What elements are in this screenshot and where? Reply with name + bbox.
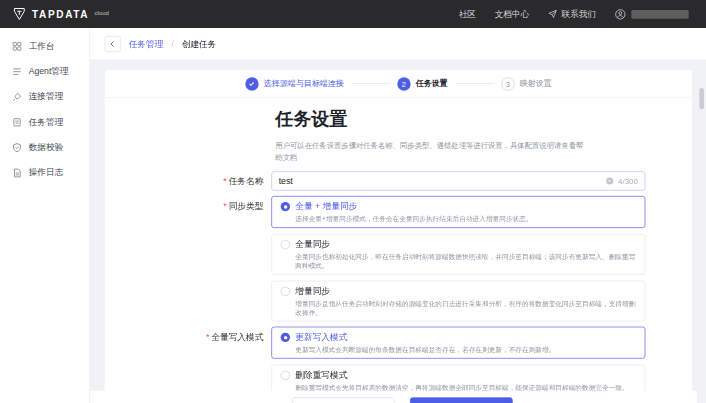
nav-contact-label: 联系我们 [561,8,596,20]
step-label: 映射设置 [520,78,552,89]
breadcrumb-separator: / [171,39,173,49]
task-settings-card: 选择源端与目标端连接 2 任务设置 3 映射设置 任务设置 用户可以在任务设置步… [105,70,692,398]
task-icon [12,117,22,127]
wizard-footer [90,391,697,403]
user-avatar-icon [615,8,626,19]
option-title: 更新写入模式 [295,331,347,343]
breadcrumb-parent[interactable]: 任务管理 [129,38,164,50]
required-mark: * [206,332,209,342]
option-description: 选择全量+增量同步模式，任务会在全量同步执行结束后自动进入增量同步状态。 [295,215,636,224]
brand-name: TAPDATA [32,8,89,19]
radio-icon[interactable] [281,371,290,380]
nav-community[interactable]: 社区 [459,8,476,20]
step-connector [352,83,389,84]
nav-docs[interactable]: 文档中心 [495,8,530,20]
option-update-write-mode[interactable]: 更新写入模式 更新写入模式会判断源端的每条数据在目标端是否存在，若存在则更新，不… [271,327,645,359]
sidebar-item-data-validation[interactable]: 数据校验 [0,135,89,160]
radio-icon[interactable] [281,287,290,296]
clear-icon[interactable] [605,177,614,186]
brand-badge: cloud [95,9,109,16]
step-task-settings: 2 任务设置 [397,77,448,90]
validation-icon [12,142,22,152]
page-description: 用户可以在任务设置步骤对任务名称、同步类型、遇错处理等进行设置，具体配置说明请查… [275,140,584,163]
paper-plane-icon [548,9,557,18]
step-select-connections[interactable]: 选择源端与目标端连接 [245,77,344,90]
log-icon [12,168,22,178]
task-name-label: *任务名称 [105,176,272,186]
step-number: 3 [501,77,514,90]
option-title: 全量同步 [295,239,330,251]
full-write-mode-label: *全量写入模式 [105,327,272,397]
radio-selected-icon[interactable] [281,333,290,342]
full-write-mode-row: *全量写入模式 更新写入模式 更新写入模式会判断源端的每条数据在目标端是否存在，… [105,327,692,397]
sidebar-item-connection-management[interactable]: 连接管理 [0,84,89,109]
task-settings-form: *任务名称 4/300 [105,171,692,403]
char-counter: 4/300 [618,176,638,185]
back-button[interactable] [105,36,121,52]
step-done-check-icon [245,77,258,90]
option-full-sync[interactable]: 全量同步 全量同步也称初始化同步，即在任务启动时刻将源端数据快照读取，并同步至目… [271,234,645,275]
chevron-left-icon [108,39,117,48]
top-header: TAPDATA cloud 社区 文档中心 联系我们 [0,0,706,28]
radio-selected-icon[interactable] [281,202,290,211]
step-label: 选择源端与目标端连接 [264,78,344,89]
task-name-row: *任务名称 4/300 [105,171,692,190]
app-window: TAPDATA cloud 社区 文档中心 联系我们 [0,0,706,403]
step-mapping-settings: 3 映射设置 [501,77,552,90]
sidebar-item-label: 连接管理 [29,91,64,103]
page-title: 任务设置 [275,107,692,131]
scrollbar-thumb[interactable] [699,88,704,109]
sync-type-row: *同步类型 全量 + 增量同步 选择全量+增量同步模式，任务会在全量同步执行结束… [105,196,692,321]
sidebar-item-task-management[interactable]: 任务管理 [0,109,89,134]
task-name-input[interactable] [279,176,606,186]
sidebar: 工作台 Agent管理 连接管理 任务管理 数据校验 [0,28,90,403]
required-mark: * [223,176,226,186]
option-title: 全量 + 增量同步 [295,201,357,213]
option-description: 增量同步是指从任务启动时刻对存储的源端变化的日志进行采集和分析，有序的将数据变化… [295,299,636,316]
next-step-button[interactable] [410,397,513,403]
username-masked [631,10,688,19]
nav-contact[interactable]: 联系我们 [548,8,596,20]
radio-icon[interactable] [281,240,290,249]
sidebar-item-label: 数据校验 [29,141,64,153]
wizard-steps: 选择源端与目标端连接 2 任务设置 3 映射设置 [105,70,692,98]
step-number: 2 [397,77,410,90]
list-icon [12,66,22,76]
sidebar-item-agent-management[interactable]: Agent管理 [0,59,89,84]
previous-step-button[interactable] [292,397,395,403]
step-connector [456,83,493,84]
sidebar-item-operation-logs[interactable]: 操作日志 [0,160,89,185]
sidebar-item-label: 工作台 [29,40,55,52]
required-mark: * [223,201,226,211]
option-title: 增量同步 [295,285,330,297]
option-full-plus-incremental-sync[interactable]: 全量 + 增量同步 选择全量+增量同步模式，任务会在全量同步执行结束后自动进入增… [271,196,645,228]
sidebar-item-workbench[interactable]: 工作台 [0,33,89,58]
top-nav: 社区 文档中心 联系我们 [459,8,689,20]
option-incremental-sync[interactable]: 增量同步 增量同步是指从任务启动时刻对存储的源端变化的日志进行采集和分析，有序的… [271,281,645,322]
option-description: 全量同步也称初始化同步，即在任务启动时刻将源端数据快照读取，并同步至目标端；该同… [295,253,636,270]
user-menu[interactable] [615,8,689,19]
connection-icon [12,92,22,102]
step-label: 任务设置 [416,78,448,89]
option-title: 删除重写模式 [295,369,347,381]
option-description: 更新写入模式会判断源端的每条数据在目标端是否存在，若存在则更新，不存在则新增。 [295,345,636,354]
sync-type-label: *同步类型 [105,196,272,321]
breadcrumb-current: 创建任务 [182,38,217,50]
sidebar-item-label: 操作日志 [29,167,64,179]
main-content: 选择源端与目标端连接 2 任务设置 3 映射设置 任务设置 用户可以在任务设置步… [90,60,706,403]
dashboard-icon [12,41,22,51]
task-name-input-wrap: 4/300 [271,171,645,190]
brand-logo[interactable]: TAPDATA cloud [12,7,109,22]
breadcrumb: 任务管理 / 创建任务 [90,28,706,60]
brand-shield-icon [12,7,27,22]
sidebar-item-label: 任务管理 [29,116,64,128]
sidebar-item-label: Agent管理 [29,65,69,77]
